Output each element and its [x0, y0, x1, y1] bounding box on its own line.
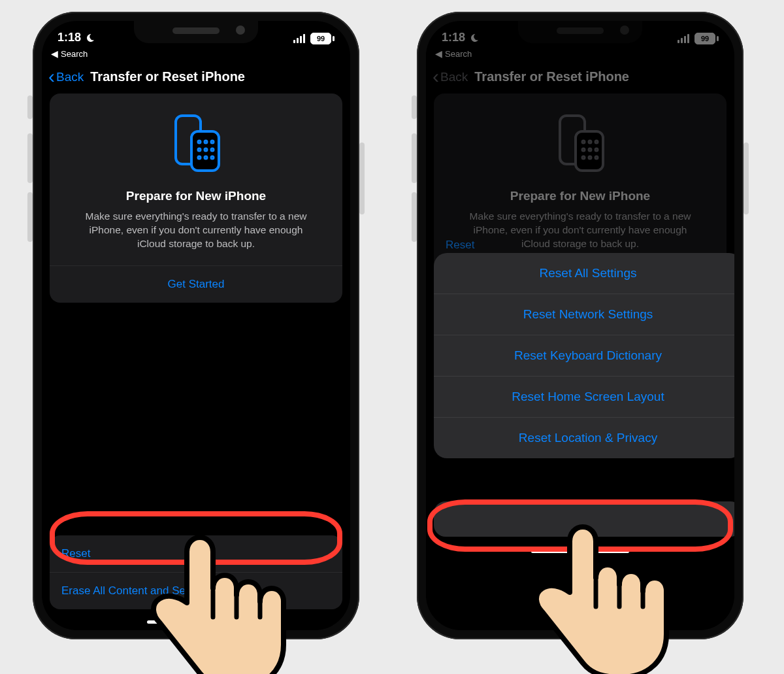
reset-all-settings[interactable]: Reset All Settings: [434, 253, 734, 294]
prepare-body: Make sure everything's ready to transfer…: [78, 210, 314, 251]
back-label: Back: [440, 70, 468, 84]
prepare-body: Make sure everything's ready to transfer…: [463, 210, 698, 251]
cell-signal-icon: [293, 34, 305, 43]
nav-bar: ‹ Back Transfer or Reset iPhone: [426, 61, 734, 93]
prepare-card: Prepare for New iPhone Make sure everyth…: [50, 93, 342, 303]
back-to-app[interactable]: ◀ Search: [42, 46, 350, 61]
screen: 1:18 99 ◀ Search ‹: [426, 21, 734, 630]
nav-bar: ‹ Back Transfer or Reset iPhone: [42, 61, 350, 93]
tutorial-two-phones: 1:18 99 ◀ Search ‹: [0, 0, 784, 674]
status-time: 1:18: [442, 31, 465, 44]
screen: 1:18 99 ◀ Search ‹: [42, 21, 350, 630]
iphone-frame-right: 1:18 99 ◀ Search ‹: [417, 12, 743, 639]
get-started-button[interactable]: Get Started: [50, 265, 342, 303]
reset-location-privacy[interactable]: Reset Location & Privacy: [434, 417, 734, 458]
home-indicator[interactable]: [147, 620, 245, 624]
devices-icon: [63, 112, 329, 177]
cancel-sheet-placeholder[interactable]: [434, 501, 734, 537]
mute-switch: [27, 95, 33, 119]
battery-icon: 99: [694, 33, 719, 44]
prepare-heading: Prepare for New iPhone: [63, 189, 329, 203]
chevron-left-icon: ‹: [48, 71, 55, 82]
erase-all-row[interactable]: Erase All Content and Settings: [50, 572, 342, 609]
reset-home-screen-layout[interactable]: Reset Home Screen Layout: [434, 376, 734, 417]
reset-network-settings[interactable]: Reset Network Settings: [434, 294, 734, 335]
back-label: Back: [56, 70, 84, 84]
status-time: 1:18: [57, 31, 81, 44]
battery-icon: 99: [310, 33, 335, 44]
reset-row[interactable]: Reset: [50, 535, 342, 572]
iphone-frame-left: 1:18 99 ◀ Search ‹: [33, 12, 359, 639]
chevron-left-icon: ‹: [433, 71, 439, 82]
back-to-app-label: Search: [445, 49, 472, 59]
volume-down-button: [412, 192, 417, 242]
chevron-left-icon: ◀: [51, 48, 58, 59]
notch: [134, 21, 258, 43]
volume-down-button: [27, 192, 33, 242]
notch: [518, 21, 642, 43]
dnd-moon-icon: [469, 33, 480, 43]
back-to-app-label: Search: [61, 49, 88, 59]
page-title: Transfer or Reset iPhone: [90, 69, 245, 84]
underlying-reset-row: Reset: [446, 239, 474, 251]
home-indicator[interactable]: [531, 550, 629, 553]
volume-up-button: [27, 133, 33, 183]
chevron-left-icon: ◀: [435, 48, 442, 59]
reset-action-sheet: Reset All Settings Reset Network Setting…: [434, 253, 734, 458]
prepare-heading: Prepare for New iPhone: [447, 189, 713, 203]
back-button[interactable]: ‹ Back: [433, 70, 468, 84]
page-title: Transfer or Reset iPhone: [474, 69, 629, 84]
reset-keyboard-dictionary[interactable]: Reset Keyboard Dictionary: [434, 335, 734, 376]
mute-switch: [412, 95, 417, 119]
back-to-app[interactable]: ◀ Search: [426, 46, 734, 61]
devices-icon: [447, 112, 713, 177]
side-button: [359, 143, 365, 214]
actions-list: Reset Erase All Content and Settings: [50, 535, 342, 609]
back-button[interactable]: ‹ Back: [48, 70, 84, 84]
side-button: [743, 143, 749, 214]
volume-up-button: [412, 133, 417, 183]
dnd-moon-icon: [85, 33, 95, 43]
cell-signal-icon: [678, 34, 689, 43]
